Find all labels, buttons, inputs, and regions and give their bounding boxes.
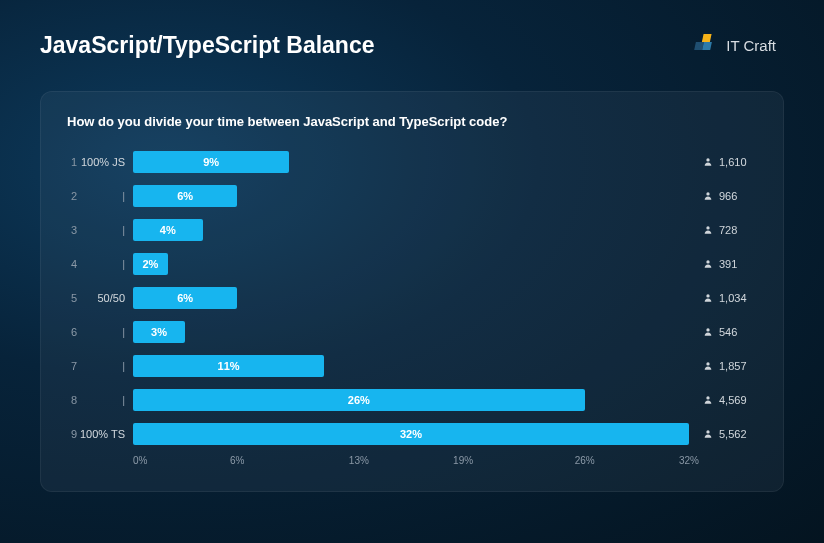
- x-tick: 26%: [575, 455, 595, 466]
- svg-rect-1: [694, 42, 704, 50]
- svg-point-10: [706, 396, 709, 399]
- y-category-label: |: [77, 190, 133, 202]
- respondent-count: 1,610: [689, 156, 757, 168]
- bar: 6%: [133, 185, 237, 207]
- row-index: 8: [61, 394, 77, 406]
- y-category-label: 100% JS: [77, 156, 133, 168]
- svg-point-7: [706, 294, 709, 297]
- bar-row: 2|6%966: [61, 181, 757, 211]
- bar-track: 9%: [133, 151, 689, 173]
- svg-point-9: [706, 362, 709, 365]
- bar: 2%: [133, 253, 168, 275]
- bar-value-label: 3%: [151, 326, 167, 338]
- bar-row: 4|2%391: [61, 249, 757, 279]
- respondent-count: 546: [689, 326, 757, 338]
- svg-point-3: [706, 158, 709, 161]
- bar: 26%: [133, 389, 585, 411]
- respondent-count: 966: [689, 190, 757, 202]
- y-category-label: |: [77, 258, 133, 270]
- bar-row: 7|11%1,857: [61, 351, 757, 381]
- y-category-label: |: [77, 224, 133, 236]
- chart-title: How do you divide your time between Java…: [67, 114, 757, 129]
- respondent-count: 1,034: [689, 292, 757, 304]
- x-axis: 0%6%13%19%26%32%: [61, 455, 757, 473]
- row-index: 4: [61, 258, 77, 270]
- x-tick: 0%: [133, 455, 147, 466]
- bar-row: 6|3%546: [61, 317, 757, 347]
- bar: 32%: [133, 423, 689, 445]
- svg-point-4: [706, 192, 709, 195]
- bar-row: 8|26%4,569: [61, 385, 757, 415]
- bar-row: 1100% JS9%1,610: [61, 147, 757, 177]
- y-category-label: 50/50: [77, 292, 133, 304]
- bar-track: 2%: [133, 253, 689, 275]
- brand-logo: IT Craft: [694, 32, 776, 58]
- chart-card: How do you divide your time between Java…: [40, 91, 784, 492]
- row-index: 3: [61, 224, 77, 236]
- x-tick: 13%: [349, 455, 369, 466]
- bar-value-label: 26%: [348, 394, 370, 406]
- bar-value-label: 6%: [177, 190, 193, 202]
- svg-point-6: [706, 260, 709, 263]
- bar-row: 3|4%728: [61, 215, 757, 245]
- bar-row: 550/506%1,034: [61, 283, 757, 313]
- bar: 9%: [133, 151, 289, 173]
- svg-point-8: [706, 328, 709, 331]
- x-tick: 19%: [453, 455, 473, 466]
- row-index: 5: [61, 292, 77, 304]
- svg-point-5: [706, 226, 709, 229]
- bar-track: 3%: [133, 321, 689, 343]
- respondent-count: 5,562: [689, 428, 757, 440]
- svg-rect-0: [702, 34, 712, 42]
- x-tick: 32%: [679, 455, 699, 466]
- bar-value-label: 9%: [203, 156, 219, 168]
- bar: 4%: [133, 219, 203, 241]
- row-index: 6: [61, 326, 77, 338]
- row-index: 9: [61, 428, 77, 440]
- svg-point-11: [706, 430, 709, 433]
- bar-value-label: 4%: [160, 224, 176, 236]
- respondent-count: 1,857: [689, 360, 757, 372]
- y-category-label: |: [77, 326, 133, 338]
- y-category-label: |: [77, 394, 133, 406]
- logo-icon: [694, 32, 720, 58]
- bar-track: 4%: [133, 219, 689, 241]
- bar-value-label: 11%: [218, 360, 240, 372]
- bar: 3%: [133, 321, 185, 343]
- row-index: 2: [61, 190, 77, 202]
- bar-track: 6%: [133, 185, 689, 207]
- bar-row: 9100% TS32%5,562: [61, 419, 757, 449]
- bar: 6%: [133, 287, 237, 309]
- row-index: 7: [61, 360, 77, 372]
- bar-track: 26%: [133, 389, 689, 411]
- y-category-label: 100% TS: [77, 428, 133, 440]
- header: JavaScript/TypeScript Balance IT Craft: [0, 0, 824, 75]
- bar-track: 11%: [133, 355, 689, 377]
- bar-rows: 1100% JS9%1,6102|6%9663|4%7284|2%391550/…: [61, 147, 757, 449]
- y-category-label: |: [77, 360, 133, 372]
- bar-value-label: 6%: [177, 292, 193, 304]
- svg-rect-2: [702, 42, 712, 50]
- x-tick: 6%: [230, 455, 244, 466]
- respondent-count: 391: [689, 258, 757, 270]
- respondent-count: 728: [689, 224, 757, 236]
- logo-text: IT Craft: [726, 37, 776, 54]
- bar-track: 6%: [133, 287, 689, 309]
- bar-value-label: 32%: [400, 428, 422, 440]
- respondent-count: 4,569: [689, 394, 757, 406]
- bar-value-label: 2%: [142, 258, 158, 270]
- page-title: JavaScript/TypeScript Balance: [40, 32, 375, 59]
- bar: 11%: [133, 355, 324, 377]
- row-index: 1: [61, 156, 77, 168]
- bar-track: 32%: [133, 423, 689, 445]
